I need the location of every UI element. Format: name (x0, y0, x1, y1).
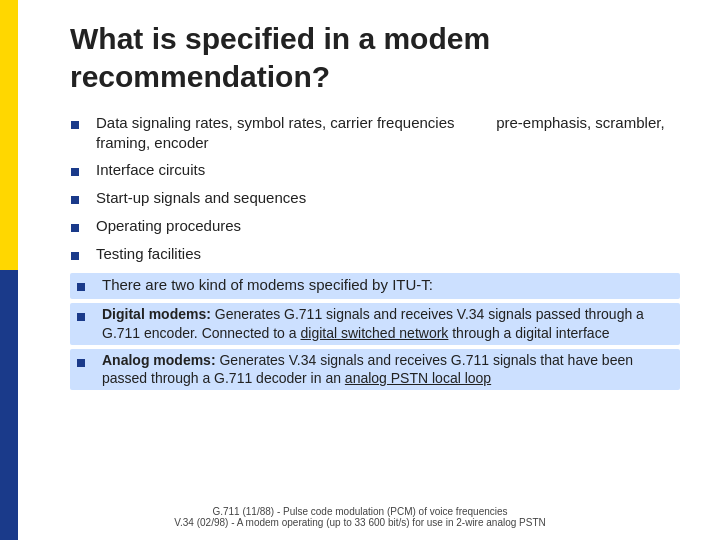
svg-rect-6 (77, 313, 85, 321)
list-item: Data signaling rates, symbol rates, carr… (70, 113, 680, 154)
list-item: Testing facilities (70, 244, 680, 266)
footer-line1: G.711 (11/88) - Pulse code modulation (P… (174, 506, 546, 517)
svg-rect-3 (71, 224, 79, 232)
underline-text: digital switched network (300, 325, 448, 341)
bullet-text: Testing facilities (96, 244, 201, 264)
after-text: through a digital interface (448, 325, 609, 341)
svg-rect-4 (71, 252, 79, 260)
bullet-text: Analog modems: Generates V.34 signals an… (102, 351, 674, 389)
list-item: There are two kind of modems specified b… (70, 273, 680, 299)
svg-rect-2 (71, 196, 79, 204)
bullet-icon (70, 218, 88, 238)
underline-text: analog PSTN local loop (345, 370, 491, 386)
bullet-list: Data signaling rates, symbol rates, carr… (70, 113, 680, 390)
slide: What is specified in a modem recommendat… (0, 0, 720, 540)
left-color-bar (0, 0, 18, 540)
bullet-icon (70, 246, 88, 266)
bar-blue (0, 270, 18, 540)
slide-footer: G.711 (11/88) - Pulse code modulation (P… (174, 506, 546, 528)
bullet-text: Data signaling rates, symbol rates, carr… (96, 113, 680, 154)
bullet-icon (76, 277, 94, 297)
bold-label: Analog modems: (102, 352, 216, 368)
list-item: Start-up signals and sequences (70, 188, 680, 210)
bullet-icon (70, 115, 88, 135)
bullet-text: Digital modems: Generates G.711 signals … (102, 305, 674, 343)
list-item: Analog modems: Generates V.34 signals an… (70, 349, 680, 391)
list-item: Digital modems: Generates G.711 signals … (70, 303, 680, 345)
bullet-icon (70, 162, 88, 182)
svg-rect-5 (77, 283, 85, 291)
bar-yellow (0, 0, 18, 270)
slide-title: What is specified in a modem recommendat… (70, 20, 680, 95)
svg-rect-0 (71, 121, 79, 129)
bullet-icon (76, 307, 94, 327)
bold-label: Digital modems: (102, 306, 211, 322)
list-item: Operating procedures (70, 216, 680, 238)
list-item: Interface circuits (70, 160, 680, 182)
svg-rect-1 (71, 168, 79, 176)
bullet-text: Interface circuits (96, 160, 205, 180)
footer-line2: V.34 (02/98) - A modem operating (up to … (174, 517, 546, 528)
bullet-text: Operating procedures (96, 216, 241, 236)
bullet-text: Start-up signals and sequences (96, 188, 306, 208)
svg-rect-7 (77, 359, 85, 367)
bullet-text: There are two kind of modems specified b… (102, 275, 433, 295)
bullet-icon (76, 353, 94, 373)
bullet-icon (70, 190, 88, 210)
slide-content: What is specified in a modem recommendat… (70, 20, 680, 390)
